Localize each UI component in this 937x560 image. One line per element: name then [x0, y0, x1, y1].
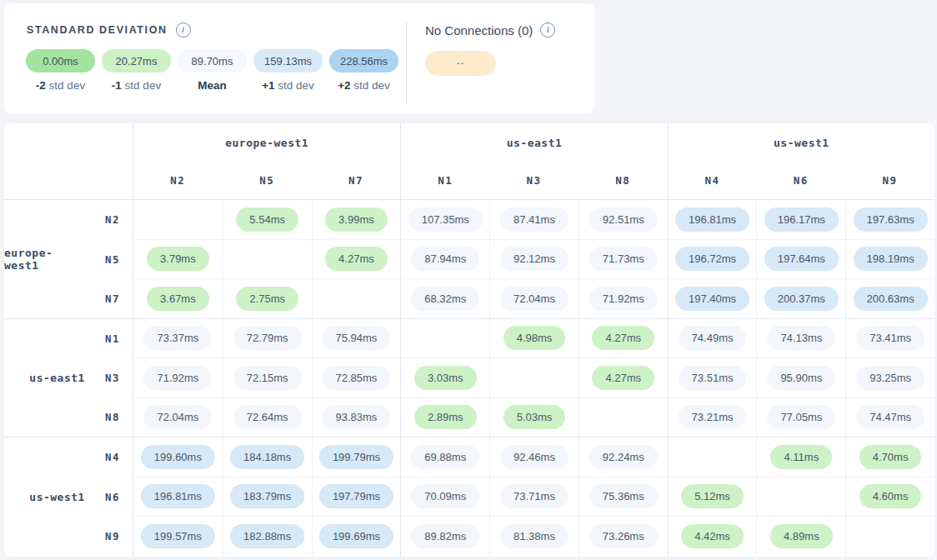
- latency-cell[interactable]: 68.32ms: [411, 287, 479, 311]
- latency-cell[interactable]: 4.27ms: [592, 326, 654, 350]
- latency-cell[interactable]: 197.63ms: [854, 208, 928, 232]
- matrix-cell: 5.54ms: [223, 200, 312, 240]
- latency-cell[interactable]: 93.83ms: [323, 405, 391, 429]
- latency-cell[interactable]: 74.13ms: [767, 326, 835, 350]
- latency-cell[interactable]: 72.04ms: [143, 405, 212, 429]
- latency-cell[interactable]: 196.81ms: [141, 484, 215, 508]
- row-group-label: us-east1: [29, 372, 85, 384]
- latency-cell[interactable]: 200.63ms: [854, 287, 928, 311]
- latency-cell[interactable]: 71.92ms: [589, 287, 658, 311]
- latency-cell[interactable]: 107.35ms: [408, 208, 483, 232]
- latency-cell[interactable]: 4.27ms: [325, 247, 388, 271]
- latency-cell[interactable]: 199.60ms: [141, 445, 215, 469]
- latency-cell[interactable]: 95.90ms: [767, 366, 835, 390]
- latency-cell[interactable]: 70.09ms: [411, 484, 479, 508]
- latency-cell[interactable]: 197.79ms: [319, 484, 393, 508]
- latency-cell[interactable]: 3.67ms: [147, 287, 209, 311]
- row-group-label: us-west1: [29, 491, 85, 503]
- latency-cell[interactable]: 72.85ms: [323, 366, 391, 390]
- latency-cell[interactable]: 73.71ms: [500, 484, 569, 508]
- matrix-cell: 81.38ms: [489, 517, 579, 557]
- latency-cell[interactable]: 199.57ms: [141, 524, 215, 548]
- matrix-cell: 95.90ms: [756, 358, 845, 398]
- latency-cell[interactable]: 81.38ms: [500, 524, 569, 548]
- latency-cell[interactable]: 199.69ms: [319, 524, 393, 548]
- column-header-N6: N6: [756, 162, 845, 200]
- latency-cell[interactable]: 197.40ms: [675, 287, 749, 311]
- latency-cell[interactable]: 73.26ms: [589, 524, 658, 548]
- latency-cell[interactable]: 72.64ms: [233, 405, 302, 429]
- latency-cell[interactable]: 5.12ms: [681, 484, 744, 508]
- latency-cell[interactable]: 4.89ms: [770, 524, 833, 548]
- row-header-N5: europe-west1N5: [4, 240, 133, 280]
- latency-cell[interactable]: 4.70ms: [859, 445, 922, 469]
- matrix-cell: 4.11ms: [756, 438, 845, 478]
- latency-cell[interactable]: 197.64ms: [764, 247, 839, 271]
- matrix-cell: [133, 200, 223, 240]
- info-icon[interactable]: i: [176, 22, 191, 38]
- latency-cell[interactable]: 5.54ms: [236, 208, 298, 232]
- latency-cell[interactable]: 198.19ms: [854, 247, 928, 271]
- matrix-cell: 4.27ms: [579, 319, 668, 359]
- legend-divider: [406, 22, 407, 103]
- latency-cell[interactable]: 5.03ms: [504, 405, 566, 429]
- latency-cell[interactable]: 196.81ms: [675, 208, 749, 232]
- latency-cell[interactable]: 75.94ms: [323, 326, 391, 350]
- latency-cell[interactable]: 73.51ms: [679, 366, 747, 390]
- latency-cell[interactable]: 74.49ms: [679, 326, 747, 350]
- latency-cell[interactable]: 93.25ms: [856, 366, 924, 390]
- latency-cell[interactable]: 3.03ms: [414, 366, 477, 390]
- latency-cell[interactable]: 3.79ms: [147, 247, 209, 271]
- matrix-cell: 69.88ms: [400, 438, 489, 478]
- latency-cell[interactable]: 73.21ms: [679, 405, 747, 429]
- matrix-cell: 200.37ms: [756, 279, 845, 319]
- latency-cell[interactable]: 72.15ms: [233, 366, 302, 390]
- latency-cell[interactable]: 4.98ms: [504, 326, 566, 350]
- latency-matrix-card: europe-west1us-east1us-west1N2N5N7N1N3N8…: [4, 123, 934, 557]
- matrix-cell: 3.99ms: [312, 200, 401, 240]
- latency-cell[interactable]: 75.36ms: [589, 484, 658, 508]
- latency-matrix: europe-west1us-east1us-west1N2N5N7N1N3N8…: [4, 123, 934, 557]
- latency-cell[interactable]: 73.37ms: [143, 326, 212, 350]
- latency-cell[interactable]: 196.17ms: [764, 208, 839, 232]
- latency-cell[interactable]: 2.89ms: [414, 405, 477, 429]
- latency-cell[interactable]: 184.18ms: [230, 445, 304, 469]
- latency-cell[interactable]: 92.46ms: [500, 445, 569, 469]
- latency-cell[interactable]: 182.88ms: [230, 524, 304, 548]
- latency-cell[interactable]: 72.04ms: [500, 287, 569, 311]
- latency-cell[interactable]: 92.24ms: [589, 445, 658, 469]
- latency-cell[interactable]: 87.41ms: [500, 208, 569, 232]
- latency-cell[interactable]: 92.12ms: [500, 247, 569, 271]
- latency-cell[interactable]: 71.73ms: [589, 247, 658, 271]
- info-icon[interactable]: i: [540, 22, 555, 38]
- row-node-label: N6: [105, 491, 120, 503]
- latency-cell[interactable]: 77.05ms: [767, 405, 835, 429]
- matrix-cell: 73.26ms: [579, 517, 668, 557]
- latency-cell[interactable]: 69.88ms: [411, 445, 479, 469]
- column-group-header-europe-west1: europe-west1: [133, 123, 400, 162]
- latency-cell[interactable]: 73.41ms: [856, 326, 924, 350]
- latency-cell[interactable]: 4.42ms: [681, 524, 744, 548]
- latency-cell[interactable]: 87.94ms: [411, 247, 479, 271]
- latency-cell[interactable]: 4.11ms: [770, 445, 832, 469]
- latency-cell[interactable]: 74.47ms: [856, 405, 924, 429]
- latency-cell[interactable]: 196.72ms: [675, 247, 749, 271]
- matrix-cell: 70.09ms: [400, 478, 489, 518]
- latency-cell[interactable]: 183.79ms: [230, 484, 304, 508]
- row-node-label: N8: [105, 411, 120, 423]
- latency-cell[interactable]: 3.99ms: [325, 208, 388, 232]
- legend-label: -2 std dev: [26, 79, 95, 92]
- matrix-cell: 2.89ms: [400, 398, 489, 438]
- latency-cell[interactable]: 71.92ms: [143, 366, 212, 390]
- latency-cell[interactable]: 92.51ms: [589, 208, 658, 232]
- latency-cell[interactable]: 199.79ms: [319, 445, 393, 469]
- latency-cell[interactable]: 4.27ms: [592, 366, 654, 390]
- latency-cell[interactable]: 72.79ms: [233, 326, 302, 350]
- matrix-cell: 199.79ms: [312, 438, 401, 478]
- latency-cell[interactable]: 4.60ms: [859, 484, 922, 508]
- column-header-N1: N1: [400, 162, 489, 200]
- legend-label: -1 std dev: [102, 79, 171, 92]
- latency-cell[interactable]: 200.37ms: [764, 287, 839, 311]
- latency-cell[interactable]: 89.82ms: [411, 524, 479, 548]
- latency-cell[interactable]: 2.75ms: [236, 287, 298, 311]
